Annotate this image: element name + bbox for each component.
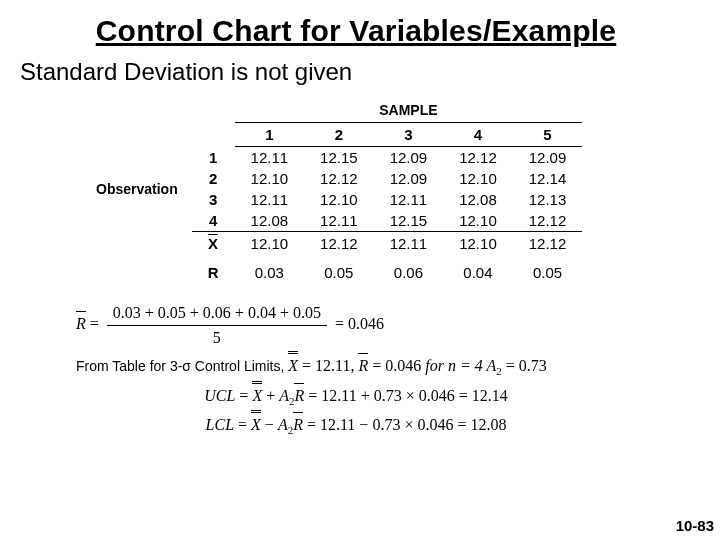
cell: 12.08	[443, 189, 513, 210]
col-head-2: 2	[304, 123, 374, 147]
col-head-1: 1	[235, 123, 305, 147]
cell: 12.09	[374, 168, 444, 189]
cell: 12.15	[304, 147, 374, 169]
slide-title: Control Chart for Variables/Example	[20, 14, 692, 48]
cell: 12.08	[235, 210, 305, 232]
cell: 12.15	[374, 210, 444, 232]
subtitle: Standard Deviation is not given	[20, 58, 692, 86]
obs-row-1: 1	[192, 147, 235, 169]
r-row-label: R	[192, 254, 235, 283]
ucl-equation: UCL = X + A2R = 12.11 + 0.73 × 0.046 = 1…	[20, 384, 692, 410]
rbar-numerator: 0.03 + 0.05 + 0.06 + 0.04 + 0.05	[107, 301, 327, 326]
observation-label: Observation	[80, 147, 192, 232]
cell: 12.09	[513, 147, 583, 169]
obs-row-2: 2	[192, 168, 235, 189]
cell: 12.09	[374, 147, 444, 169]
cell: 12.11	[374, 232, 444, 255]
xbar-row-label: X	[192, 232, 235, 255]
cell: 12.10	[304, 189, 374, 210]
cell: 12.12	[304, 232, 374, 255]
cell: 0.04	[443, 254, 513, 283]
obs-row-4: 4	[192, 210, 235, 232]
obs-row-3: 3	[192, 189, 235, 210]
cell: 12.10	[443, 168, 513, 189]
cell: 0.03	[235, 254, 305, 283]
cell: 12.12	[443, 147, 513, 169]
cell: 0.06	[374, 254, 444, 283]
rbar-result: = 0.046	[335, 315, 384, 332]
cell: 0.05	[304, 254, 374, 283]
rbar-equation: R = 0.03 + 0.05 + 0.06 + 0.04 + 0.05 5 =…	[76, 301, 692, 350]
cell: 12.10	[235, 232, 305, 255]
cell: 0.05	[513, 254, 583, 283]
sample-header: SAMPLE	[235, 100, 583, 123]
cell: 12.13	[513, 189, 583, 210]
table-params-line: From Table for 3-σ Control Limits, X = 1…	[76, 354, 692, 380]
cell: 12.11	[235, 147, 305, 169]
page-number: 10-83	[676, 517, 714, 534]
cell: 12.10	[443, 210, 513, 232]
cell: 12.11	[374, 189, 444, 210]
cell: 12.12	[513, 210, 583, 232]
col-head-5: 5	[513, 123, 583, 147]
cell: 12.12	[304, 168, 374, 189]
data-table: SAMPLE 1 2 3 4 5 Observation 1 12.11 12.…	[20, 100, 692, 283]
cell: 12.14	[513, 168, 583, 189]
col-head-4: 4	[443, 123, 513, 147]
cell: 12.12	[513, 232, 583, 255]
cell: 12.11	[235, 189, 305, 210]
rbar-denominator: 5	[107, 326, 327, 350]
col-head-3: 3	[374, 123, 444, 147]
equations: R = 0.03 + 0.05 + 0.06 + 0.04 + 0.05 5 =…	[76, 301, 692, 439]
cell: 12.11	[304, 210, 374, 232]
cell: 12.10	[443, 232, 513, 255]
lcl-equation: LCL = X − A2R = 12.11 − 0.73 × 0.046 = 1…	[20, 413, 692, 439]
cell: 12.10	[235, 168, 305, 189]
